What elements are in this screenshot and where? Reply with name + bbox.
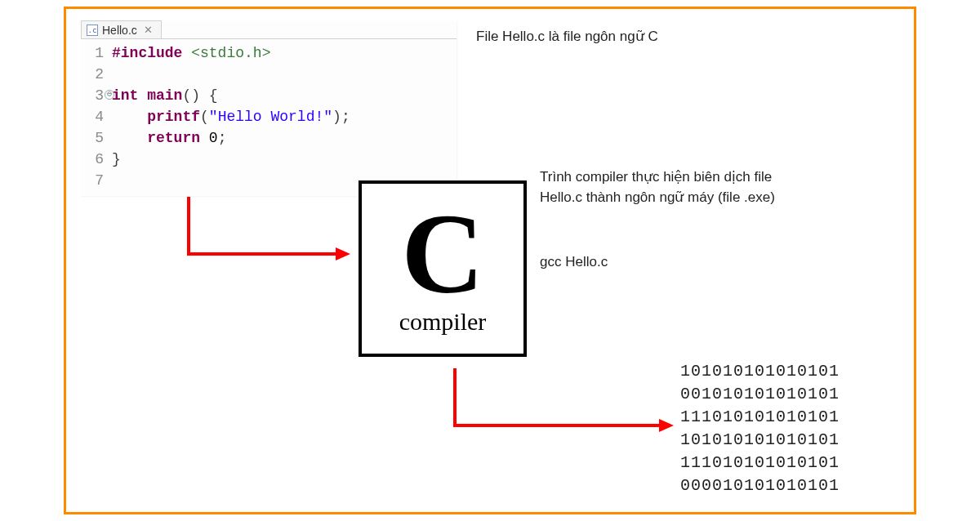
close-icon[interactable]: ✕ [144, 24, 153, 36]
compiler-box: C compiler [359, 180, 527, 357]
tab-filename: Hello.c [102, 24, 137, 37]
code-line: 5 return 0; [81, 127, 457, 149]
arrow-source-to-compiler [172, 189, 360, 278]
svg-marker-0 [336, 247, 350, 260]
annotation-gcc-command: gcc Hello.c [540, 252, 608, 273]
code-content: int main() { [112, 85, 218, 106]
line-number: 5 [81, 127, 112, 149]
binary-line: 111010101010101 [680, 406, 840, 429]
compiler-label: compiler [399, 308, 487, 336]
line-number: 6 [81, 149, 112, 170]
line-number: 1 [81, 42, 112, 64]
code-line: 1#include <stdio.h> [81, 42, 457, 64]
binary-line: 000010101010101 [680, 474, 840, 497]
code-content: } [112, 149, 121, 170]
line-number: 4 [81, 106, 112, 127]
line-number: 7 [81, 170, 112, 191]
code-line: 3⊖int main() { [81, 85, 457, 106]
binary-line: 111010101010101 [680, 452, 840, 474]
code-content: printf("Hello World!"); [112, 106, 350, 127]
annotation-compiler-desc: Trình compiler thực hiện biên dịch file … [540, 167, 785, 207]
code-editor: .c Hello.c ✕ 1#include <stdio.h>23⊖int m… [81, 20, 457, 196]
binary-output: 1010101010101010010101010101011110101010… [680, 360, 840, 497]
code-content: #include <stdio.h> [112, 42, 270, 64]
diagram-frame: .c Hello.c ✕ 1#include <stdio.h>23⊖int m… [64, 7, 916, 514]
annotation-source-file: File Hello.c là file ngôn ngữ C [476, 27, 658, 47]
code-content: return 0; [112, 127, 226, 149]
code-line: 6} [81, 149, 457, 170]
binary-line: 101010101010101 [680, 429, 840, 452]
editor-tab[interactable]: .c Hello.c ✕ [81, 20, 162, 38]
line-number: 3⊖ [81, 85, 112, 106]
compiler-letter-icon: C [401, 197, 483, 311]
binary-line: 001010101010101 [680, 383, 840, 406]
c-file-icon: .c [87, 24, 98, 36]
svg-marker-1 [659, 419, 674, 432]
editor-body: 1#include <stdio.h>23⊖int main() {4 prin… [81, 38, 457, 196]
arrow-compiler-to-binary [439, 360, 684, 458]
binary-line: 101010101010101 [680, 360, 840, 383]
code-line: 2 [81, 64, 457, 85]
line-number: 2 [81, 64, 112, 85]
code-line: 4 printf("Hello World!"); [81, 106, 457, 127]
fold-marker-icon[interactable]: ⊖ [105, 90, 114, 100]
